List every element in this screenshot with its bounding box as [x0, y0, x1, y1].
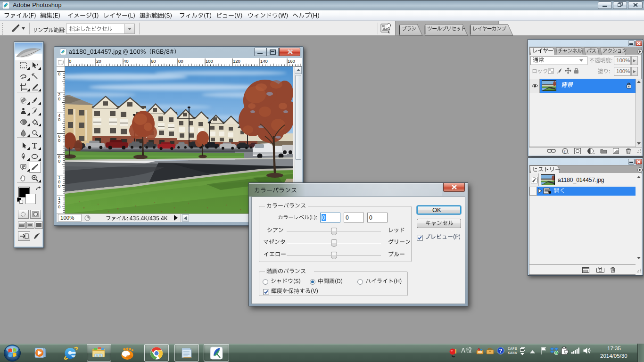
svg-text:0: 0	[58, 71, 60, 76]
svg-text:0: 0	[58, 183, 60, 189]
svg-text:0: 0	[69, 58, 71, 64]
svg-text:0: 0	[58, 138, 60, 143]
svg-text:120: 120	[233, 58, 240, 64]
svg-text:100: 100	[206, 58, 213, 64]
svg-text:140: 140	[260, 58, 268, 64]
svg-text:160: 160	[288, 58, 295, 64]
svg-text:0: 0	[58, 96, 60, 101]
svg-text:0: 0	[58, 117, 60, 122]
svg-text:40: 40	[124, 58, 129, 64]
svg-text:0: 0	[58, 204, 60, 209]
svg-text:f: f	[564, 149, 566, 154]
svg-text:0: 0	[58, 158, 60, 164]
svg-text:80: 80	[178, 58, 183, 64]
svg-text:20: 20	[96, 58, 101, 64]
svg-text:60: 60	[151, 58, 156, 64]
svg-text:?: ?	[499, 348, 503, 354]
